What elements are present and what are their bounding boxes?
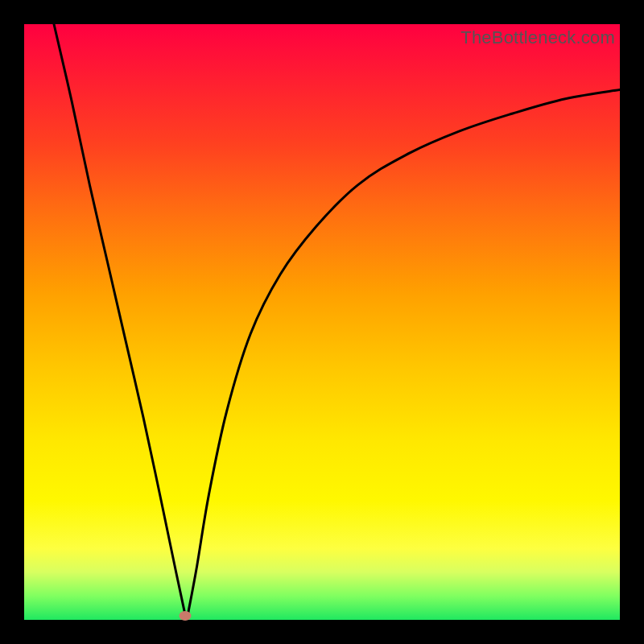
curve-right-branch bbox=[188, 89, 621, 613]
curve-layer bbox=[24, 24, 620, 620]
minimum-marker bbox=[179, 611, 191, 621]
plot-area: TheBottleneck.com bbox=[24, 24, 620, 620]
chart-frame: TheBottleneck.com bbox=[0, 0, 644, 644]
curve-left-branch bbox=[54, 24, 185, 614]
